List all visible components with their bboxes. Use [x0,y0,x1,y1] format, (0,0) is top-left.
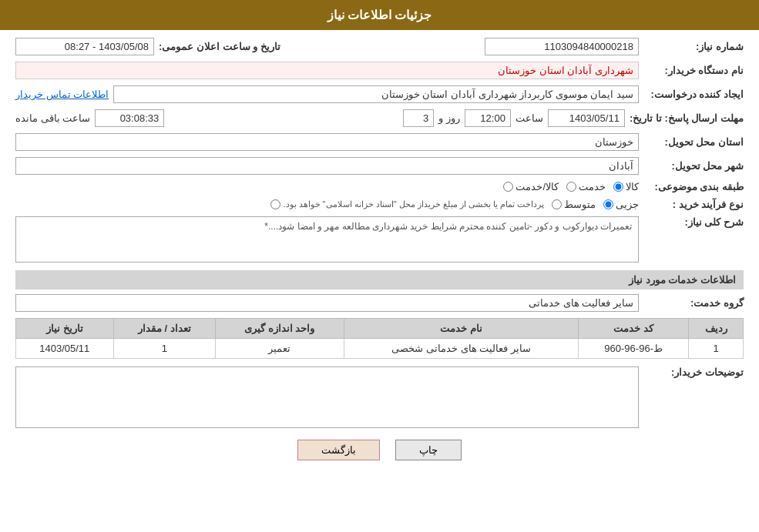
print-button[interactable]: چاپ [395,440,462,460]
province-value: خوزستان [15,133,639,151]
creator-value: سید ایمان موسوی کاربرداز شهرداری آبادان … [113,85,639,103]
buyer-notes-label: توضیحات خریدار: [643,366,744,378]
radio-medium-input[interactable] [552,199,562,209]
radio-service-label: خدمت [579,181,606,192]
radio-goods-input[interactable] [613,182,623,192]
table-row: 1ط-96-96-960سایر فعالیت های خدماتی شخصیت… [16,339,744,359]
radio-service[interactable]: خدمت [566,181,606,192]
radio-goods[interactable]: کالا [613,181,639,192]
deadline-remaining: 03:08:33 [95,109,164,127]
city-label: شهر محل تحویل: [643,160,744,172]
radio-medium[interactable]: متوسط [552,199,596,210]
service-group-label: گروه خدمت: [643,297,744,309]
table-cell-0: 1 [689,339,744,359]
purchase-type-label: نوع فرآیند خرید : [643,199,744,210]
page-title: جزئیات اطلاعات نیاز [0,0,759,30]
radio-goods-label: کالا [626,181,639,192]
table-cell-5: 1403/05/11 [16,339,114,359]
deadline-date: 1403/05/11 [548,109,625,127]
col-row: ردیف [689,319,744,339]
buyer-notes-box [15,366,639,428]
category-label: طبقه بندی موضوعی: [643,181,744,192]
col-quantity: تعداد / مقدار [113,319,215,339]
category-radio-group: کالا/خدمت خدمت کالا [503,181,639,192]
deadline-days: 3 [403,109,434,127]
radio-service-input[interactable] [566,182,576,192]
radio-partial-label: جزیی [616,199,639,210]
radio-medium-label: متوسط [564,199,596,210]
table-cell-2: سایر فعالیت های خدماتی شخصی [344,339,578,359]
deadline-remaining-label: ساعت باقی مانده [15,112,90,124]
table-cell-4: 1 [113,339,215,359]
radio-full-input[interactable] [270,199,280,209]
back-button[interactable]: بازگشت [297,440,380,460]
buyer-org-label: نام دستگاه خریدار: [643,65,744,76]
contact-info-link[interactable]: اطلاعات تماس خریدار [15,89,109,100]
description-label: شرح کلی نیاز: [643,216,744,228]
deadline-time: 12:00 [465,109,511,127]
action-buttons: چاپ بازگشت [15,440,744,460]
services-section-title: اطلاعات خدمات مورد نیاز [15,270,744,289]
need-number-label: شماره نیاز: [643,41,744,52]
col-unit: واحد اندازه گیری [215,319,344,339]
table-cell-3: تعمیر [215,339,344,359]
buyer-org-value: شهرداری آبادان استان خوزستان [15,62,639,79]
table-cell-1: ط-96-96-960 [579,339,689,359]
radio-goods-service[interactable]: کالا/خدمت [503,181,559,192]
announce-date-value: 1403/05/08 - 08:27 [15,38,154,55]
radio-partial-input[interactable] [603,199,613,209]
province-label: استان محل تحویل: [643,136,744,148]
radio-goods-service-input[interactable] [503,182,513,192]
col-service-name: نام خدمت [344,319,578,339]
col-service-code: کد خدمت [579,319,689,339]
deadline-time-label: ساعت [516,112,543,124]
col-date: تاریخ نیاز [16,319,114,339]
deadline-label: مهلت ارسال پاسخ: تا تاریخ: [630,112,744,124]
radio-full-note: پرداخت تمام یا بخشی از مبلغ خریداز محل "… [270,199,544,209]
services-table: ردیف کد خدمت نام خدمت واحد اندازه گیری ت… [15,318,744,359]
announce-date-label: تاریخ و ساعت اعلان عمومی: [159,41,280,52]
radio-full-note-label: پرداخت تمام یا بخشی از مبلغ خریداز محل "… [283,199,544,209]
service-group-value: سایر فعالیت های خدماتی [15,294,639,312]
need-number-value: 1103094840000218 [485,38,639,55]
city-value: آبادان [15,157,639,175]
deadline-days-label: روز و [438,112,460,124]
radio-partial[interactable]: جزیی [603,199,639,210]
purchase-type-radio-group: پرداخت تمام یا بخشی از مبلغ خریداز محل "… [270,199,639,210]
description-value: تعمیرات دیوارکوب و دکور -تامین کننده محت… [15,216,639,263]
creator-label: ایجاد کننده درخواست: [643,89,744,100]
radio-goods-service-label: کالا/خدمت [516,181,559,192]
